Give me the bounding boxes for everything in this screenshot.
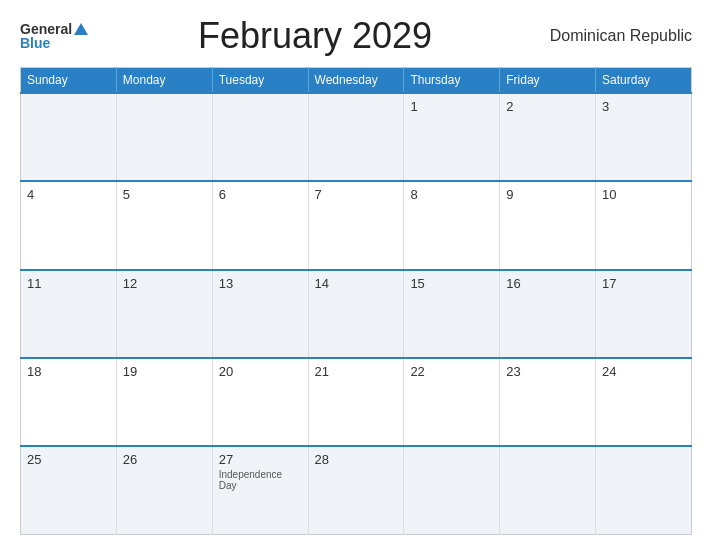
holiday-label: Independence Day — [219, 469, 302, 491]
day-number: 8 — [410, 187, 493, 202]
day-number: 2 — [506, 99, 589, 114]
table-row — [308, 93, 404, 181]
table-row: 16 — [500, 270, 596, 358]
table-row: 24 — [596, 358, 692, 446]
table-row: 10 — [596, 181, 692, 269]
day-number: 7 — [315, 187, 398, 202]
day-number: 12 — [123, 276, 206, 291]
country-name: Dominican Republic — [542, 27, 692, 45]
day-number: 24 — [602, 364, 685, 379]
table-row: 5 — [116, 181, 212, 269]
day-number: 18 — [27, 364, 110, 379]
table-row: 25 — [21, 446, 117, 534]
table-row: 13 — [212, 270, 308, 358]
day-number: 21 — [315, 364, 398, 379]
header-tuesday: Tuesday — [212, 68, 308, 94]
table-row: 4 — [21, 181, 117, 269]
table-row: 20 — [212, 358, 308, 446]
table-row: 17 — [596, 270, 692, 358]
table-row — [404, 446, 500, 534]
table-row: 26 — [116, 446, 212, 534]
logo-blue-text: Blue — [20, 36, 50, 50]
table-row: 2 — [500, 93, 596, 181]
day-number: 26 — [123, 452, 206, 467]
table-row: 14 — [308, 270, 404, 358]
day-number: 4 — [27, 187, 110, 202]
calendar-week-row: 11121314151617 — [21, 270, 692, 358]
header-saturday: Saturday — [596, 68, 692, 94]
day-number: 11 — [27, 276, 110, 291]
table-row: 7 — [308, 181, 404, 269]
table-row: 21 — [308, 358, 404, 446]
day-number: 22 — [410, 364, 493, 379]
table-row — [500, 446, 596, 534]
day-number: 1 — [410, 99, 493, 114]
table-row: 6 — [212, 181, 308, 269]
day-number: 25 — [27, 452, 110, 467]
table-row: 15 — [404, 270, 500, 358]
table-row: 1 — [404, 93, 500, 181]
table-row: 27Independence Day — [212, 446, 308, 534]
day-number: 13 — [219, 276, 302, 291]
header-thursday: Thursday — [404, 68, 500, 94]
day-number: 20 — [219, 364, 302, 379]
day-number: 5 — [123, 187, 206, 202]
table-row — [21, 93, 117, 181]
table-row: 12 — [116, 270, 212, 358]
calendar-week-row: 252627Independence Day28 — [21, 446, 692, 534]
header-monday: Monday — [116, 68, 212, 94]
header: General Blue February 2029 Dominican Rep… — [20, 15, 692, 57]
day-number: 17 — [602, 276, 685, 291]
table-row: 22 — [404, 358, 500, 446]
day-number: 19 — [123, 364, 206, 379]
day-number: 10 — [602, 187, 685, 202]
table-row: 23 — [500, 358, 596, 446]
table-row: 11 — [21, 270, 117, 358]
days-header-row: Sunday Monday Tuesday Wednesday Thursday… — [21, 68, 692, 94]
table-row: 28 — [308, 446, 404, 534]
table-row — [116, 93, 212, 181]
header-sunday: Sunday — [21, 68, 117, 94]
day-number: 14 — [315, 276, 398, 291]
table-row: 8 — [404, 181, 500, 269]
calendar-week-row: 18192021222324 — [21, 358, 692, 446]
logo: General Blue — [20, 22, 88, 50]
table-row — [212, 93, 308, 181]
calendar-week-row: 45678910 — [21, 181, 692, 269]
table-row — [596, 446, 692, 534]
logo-general-text: General — [20, 22, 72, 36]
day-number: 6 — [219, 187, 302, 202]
table-row: 3 — [596, 93, 692, 181]
table-row: 19 — [116, 358, 212, 446]
day-number: 3 — [602, 99, 685, 114]
page: General Blue February 2029 Dominican Rep… — [0, 0, 712, 550]
calendar-table: Sunday Monday Tuesday Wednesday Thursday… — [20, 67, 692, 535]
calendar-title: February 2029 — [88, 15, 542, 57]
header-wednesday: Wednesday — [308, 68, 404, 94]
table-row: 9 — [500, 181, 596, 269]
day-number: 27 — [219, 452, 302, 467]
table-row: 18 — [21, 358, 117, 446]
header-friday: Friday — [500, 68, 596, 94]
logo-triangle-icon — [74, 23, 88, 35]
day-number: 23 — [506, 364, 589, 379]
day-number: 28 — [315, 452, 398, 467]
day-number: 15 — [410, 276, 493, 291]
day-number: 9 — [506, 187, 589, 202]
calendar-week-row: 123 — [21, 93, 692, 181]
day-number: 16 — [506, 276, 589, 291]
